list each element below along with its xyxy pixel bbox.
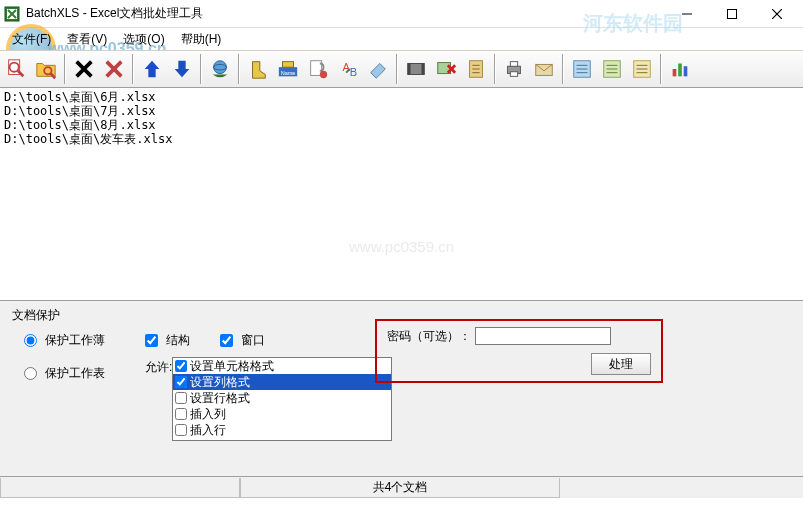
status-file-count: 共4个文档 xyxy=(240,478,560,498)
toolbar: Name AB xyxy=(0,50,803,88)
menu-file[interactable]: 文件(F) xyxy=(4,29,59,50)
svg-rect-52 xyxy=(684,66,688,76)
svg-rect-26 xyxy=(422,64,425,75)
allow-item-checkbox[interactable] xyxy=(175,360,187,372)
toolbar-eraser-icon[interactable] xyxy=(364,54,392,84)
toolbar-name-icon[interactable]: Name xyxy=(274,54,302,84)
toolbar-delete-image-icon[interactable] xyxy=(432,54,460,84)
status-cell-left xyxy=(0,478,240,498)
radio-protect-workbook-input[interactable] xyxy=(24,334,37,347)
svg-line-8 xyxy=(18,71,24,77)
svg-point-15 xyxy=(214,61,227,74)
checkbox-structure-input[interactable] xyxy=(145,334,158,347)
checkbox-window[interactable]: 窗口 xyxy=(220,332,265,349)
toolbar-delete-icon[interactable] xyxy=(70,54,98,84)
toolbar-print-icon[interactable] xyxy=(500,54,528,84)
toolbar-list2-icon[interactable] xyxy=(598,54,626,84)
menu-view[interactable]: 查看(V) xyxy=(59,29,115,50)
app-icon xyxy=(4,6,20,22)
toolbar-document-icon[interactable] xyxy=(462,54,490,84)
toolbar-film-icon[interactable] xyxy=(402,54,430,84)
password-box: 密码（可选）： 处理 xyxy=(375,319,663,383)
toolbar-down-icon[interactable] xyxy=(168,54,196,84)
svg-rect-51 xyxy=(678,64,682,77)
process-button[interactable]: 处理 xyxy=(591,353,651,375)
file-list[interactable]: D:\tools\桌面\6月.xlsx D:\tools\桌面\7月.xlsx … xyxy=(0,88,803,300)
password-label: 密码（可选）： xyxy=(387,328,471,345)
minimize-button[interactable] xyxy=(664,0,709,28)
toolbar-add-file-icon[interactable] xyxy=(2,54,30,84)
toolbar-add-folder-icon[interactable] xyxy=(32,54,60,84)
toolbar-up-icon[interactable] xyxy=(138,54,166,84)
radio-protect-workbook[interactable]: 保护工作薄 xyxy=(24,332,105,349)
allow-item[interactable]: 插入列 xyxy=(173,406,391,422)
svg-rect-50 xyxy=(673,69,677,76)
svg-rect-36 xyxy=(510,72,517,77)
maximize-button[interactable] xyxy=(709,0,754,28)
toolbar-list3-icon[interactable] xyxy=(628,54,656,84)
toolbar-attach-icon[interactable] xyxy=(304,54,332,84)
svg-point-21 xyxy=(320,71,327,78)
allow-listbox[interactable]: 设置单元格格式设置列格式设置行格式插入列插入行 xyxy=(172,357,392,441)
allow-item-checkbox[interactable] xyxy=(175,424,187,436)
password-input[interactable] xyxy=(475,327,611,345)
menubar: 文件(F) 查看(V) 选项(O) 帮助(H) xyxy=(0,28,803,50)
toolbar-browser-icon[interactable] xyxy=(206,54,234,84)
menu-help[interactable]: 帮助(H) xyxy=(173,29,230,50)
allow-item-checkbox[interactable] xyxy=(175,392,187,404)
toolbar-mail-icon[interactable] xyxy=(530,54,558,84)
checkbox-window-input[interactable] xyxy=(220,334,233,347)
radio-protect-worksheet[interactable]: 保护工作表 xyxy=(24,365,105,382)
bottom-panel: 文档保护 保护工作薄 保护工作表 结构 窗口 xyxy=(0,300,803,498)
allow-item[interactable]: 设置单元格格式 xyxy=(173,358,391,374)
close-button[interactable] xyxy=(754,0,799,28)
svg-text:Name: Name xyxy=(281,70,296,76)
toolbar-boot-icon[interactable] xyxy=(244,54,272,84)
checkbox-structure[interactable]: 结构 xyxy=(145,332,190,349)
menu-options[interactable]: 选项(O) xyxy=(115,29,172,50)
svg-rect-25 xyxy=(408,64,411,75)
toolbar-chart-icon[interactable] xyxy=(666,54,694,84)
toolbar-replace-text-icon[interactable]: AB xyxy=(334,54,362,84)
svg-rect-3 xyxy=(727,9,736,18)
allow-item-checkbox[interactable] xyxy=(175,376,187,388)
titlebar: BatchXLS - Excel文档批处理工具 xyxy=(0,0,803,28)
svg-rect-35 xyxy=(510,62,517,67)
toolbar-clear-icon[interactable] xyxy=(100,54,128,84)
window-title: BatchXLS - Excel文档批处理工具 xyxy=(26,5,664,22)
allow-item[interactable]: 设置行格式 xyxy=(173,390,391,406)
svg-text:B: B xyxy=(350,66,357,78)
radio-protect-worksheet-input[interactable] xyxy=(24,367,37,380)
toolbar-list1-icon[interactable] xyxy=(568,54,596,84)
allow-item-checkbox[interactable] xyxy=(175,408,187,420)
svg-rect-18 xyxy=(283,62,294,67)
allow-item[interactable]: 插入行 xyxy=(173,422,391,438)
allow-label: 允许: xyxy=(145,357,172,376)
allow-item[interactable]: 设置列格式 xyxy=(173,374,391,390)
status-bar: 共4个文档 xyxy=(0,476,803,498)
